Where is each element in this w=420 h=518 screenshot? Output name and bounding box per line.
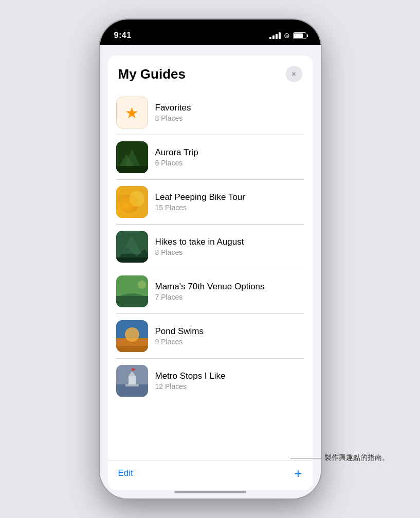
guide-list[interactable]: ★ Favorites 8 Places <box>108 90 313 460</box>
svg-rect-11 <box>116 257 148 263</box>
guide-info: Hikes to take in August 8 Places <box>155 237 244 256</box>
hikes-thumbnail-art <box>116 231 148 263</box>
guide-thumbnail-leaf <box>116 186 148 218</box>
list-item[interactable]: ★ Favorites 8 Places <box>116 90 304 135</box>
guide-info: Pond Swims 9 Places <box>155 326 204 346</box>
list-item[interactable]: Leaf Peeping Bike Tour 15 Places <box>116 180 304 225</box>
svg-point-15 <box>138 281 146 289</box>
annotation-text: 製作興趣點的指南。 <box>324 453 389 462</box>
star-icon: ★ <box>125 104 139 122</box>
guide-info: Metro Stops I Like 12 Places <box>155 371 226 391</box>
guide-count: 6 Places <box>155 159 198 167</box>
aurora-thumbnail-art <box>116 141 148 173</box>
guide-count: 9 Places <box>155 338 204 346</box>
guide-name: Pond Swims <box>155 326 204 337</box>
guide-count: 8 Places <box>155 248 244 256</box>
guide-count: 7 Places <box>155 293 265 301</box>
guide-thumbnail-metro <box>116 365 148 397</box>
svg-rect-24 <box>125 384 139 386</box>
pond-thumbnail-art <box>116 320 148 352</box>
guide-thumbnail-pond <box>116 320 148 352</box>
guide-thumbnail-aurora <box>116 141 148 173</box>
guide-thumbnail-favorites: ★ <box>116 97 148 128</box>
guide-info: Aurora Trip 6 Places <box>155 147 198 167</box>
bottom-toolbar: Edit + <box>108 460 313 490</box>
svg-rect-3 <box>116 166 148 173</box>
status-icons: ⊜ <box>269 31 306 40</box>
guide-name: Mama's 70th Venue Options <box>155 282 265 292</box>
modal-header: My Guides × <box>108 55 313 90</box>
svg-point-5 <box>120 195 138 213</box>
wifi-icon: ⊜ <box>284 31 290 40</box>
modal-card: My Guides × ★ Favorites 8 Places <box>108 55 313 490</box>
guide-name: Aurora Trip <box>155 147 198 158</box>
guide-info: Favorites 8 Places <box>155 103 191 122</box>
list-item[interactable]: Hikes to take in August 8 Places <box>116 225 304 269</box>
modal-title: My Guides <box>118 66 186 82</box>
guide-info: Mama's 70th Venue Options 7 Places <box>155 282 265 301</box>
annotation: 製作興趣點的指南。 <box>290 453 389 462</box>
screen-content: My Guides × ★ Favorites 8 Places <box>100 45 321 498</box>
list-item[interactable]: Mama's 70th Venue Options 7 Places <box>116 269 304 314</box>
guide-thumbnail-hikes <box>116 231 148 263</box>
home-indicator <box>174 491 246 493</box>
guide-count: 12 Places <box>155 382 226 391</box>
svg-point-7 <box>118 194 130 207</box>
guide-name: Favorites <box>155 103 191 113</box>
list-item[interactable]: Aurora Trip 6 Places <box>116 135 304 180</box>
guide-info: Leaf Peeping Bike Tour 15 Places <box>155 192 245 212</box>
status-time: 9:41 <box>114 31 132 40</box>
guide-name: Leaf Peeping Bike Tour <box>155 192 245 202</box>
signal-bars-icon <box>269 32 281 39</box>
svg-rect-19 <box>116 346 148 352</box>
guide-name: Hikes to take in August <box>155 237 244 247</box>
guide-count: 15 Places <box>155 203 245 212</box>
list-item[interactable]: Metro Stops I Like 12 Places <box>116 359 304 403</box>
svg-point-18 <box>125 327 139 342</box>
guide-count: 8 Places <box>155 114 191 122</box>
svg-rect-14 <box>116 296 148 307</box>
battery-icon <box>293 32 306 39</box>
close-icon: × <box>291 70 296 78</box>
status-bar: 9:41 ⊜ <box>100 20 321 45</box>
guide-name: Metro Stops I Like <box>155 371 226 381</box>
metro-thumbnail-art <box>116 365 148 397</box>
svg-point-6 <box>129 191 144 207</box>
close-button[interactable]: × <box>286 66 302 82</box>
list-item[interactable]: Pond Swims 9 Places <box>116 314 304 359</box>
mama-thumbnail-art <box>116 275 148 307</box>
guide-thumbnail-mama <box>116 275 148 307</box>
leaf-thumbnail-art <box>116 186 148 218</box>
svg-rect-4 <box>116 186 148 218</box>
dynamic-island <box>178 26 243 45</box>
edit-button[interactable]: Edit <box>118 468 133 478</box>
svg-rect-22 <box>129 376 136 385</box>
phone-shell: 9:41 ⊜ My Guides × <box>100 20 321 498</box>
annotation-line <box>290 458 321 458</box>
add-guide-button[interactable]: + <box>294 467 302 480</box>
